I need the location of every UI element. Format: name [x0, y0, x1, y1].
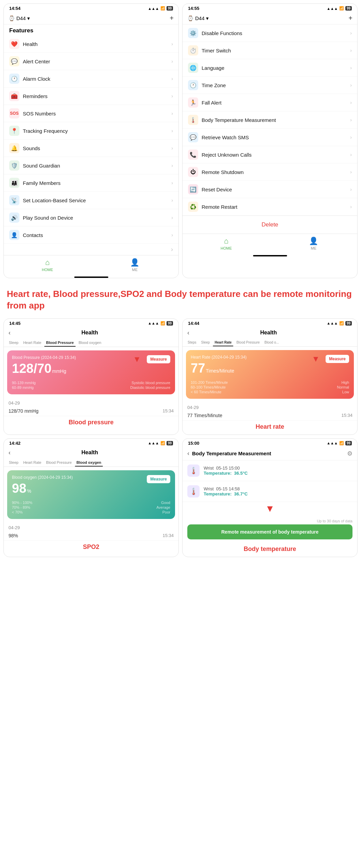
tab-ox-hr[interactable]: Blood o... — [263, 339, 281, 346]
menu-item-language[interactable]: 🌐 Language › — [183, 59, 357, 77]
menu-item-location[interactable]: 📡 Set Location-Based Service › — [4, 192, 178, 209]
menu-item-sos[interactable]: SOS SOS Numbers › — [4, 105, 178, 122]
timezone-icon: 🕐 — [188, 80, 198, 90]
spo2-label3: Poor — [162, 510, 170, 514]
tab-sleep-hr[interactable]: Sleep — [200, 339, 212, 346]
menu-item-reset[interactable]: 🔄 Reset Device › — [183, 181, 357, 198]
spo2-range2: 70% - 89% — [12, 505, 30, 509]
status-bar-bp: 14:45 ▲▲▲ 📶 99 — [4, 319, 178, 327]
temp-icon-2: 🌡️ — [187, 485, 200, 498]
time-2: 14:55 — [188, 6, 199, 11]
menu-item-tracking[interactable]: 📍 Tracking Frequency › — [4, 122, 178, 140]
tab-oxygen-bp[interactable]: Blood oxygen — [77, 339, 103, 347]
health-row-1: 14:45 ▲▲▲ 📶 99 ‹ Health Sleep Heart Rate… — [0, 315, 361, 438]
chevron-playsound: › — [171, 215, 173, 220]
spo2-measure-button[interactable]: Measure — [147, 475, 170, 483]
menu-item-sms[interactable]: 💬 Retrieve Watch SMS › — [183, 129, 357, 146]
menu-item-label-bodytemp: Body Temperature Measurement — [202, 117, 350, 123]
health-header-spo2: ‹ Health — [4, 447, 178, 458]
chevron-sounds: › — [171, 145, 173, 151]
menu-item-label-language: Language — [202, 65, 350, 71]
tracking-icon: 📍 — [9, 126, 19, 136]
temp-info-2: Wrist 05-15 14:58 Temperature: 36.7°C — [204, 486, 248, 496]
menu-item-family[interactable]: 👨‍👩‍👧 Family Members › — [4, 174, 178, 192]
menu-item-alert[interactable]: 💬 Alert Center › — [4, 53, 178, 70]
chevron-guardian: › — [171, 163, 173, 168]
menu-item-restart[interactable]: ♻️ Remote Restart › — [183, 198, 357, 216]
delete-button[interactable]: Delete — [183, 216, 357, 234]
contacts-icon: 👤 — [9, 230, 19, 240]
remote-measure-button[interactable]: Remote measurement of body temperature — [187, 524, 352, 539]
menu-item-label-shutdown: Remote Shutdown — [202, 169, 350, 175]
tab-bp-hr[interactable]: Blood Pressure — [235, 339, 261, 346]
bottom-nav-2: ⌂ HOME 👤 ME — [183, 234, 357, 254]
home-icon-2: ⌂ — [224, 237, 229, 246]
menu-item-label-sounds: Sounds — [23, 145, 171, 151]
menu-item-playsound[interactable]: 🔊 Play Sound on Device › — [4, 209, 178, 226]
health-phone-bp: 14:45 ▲▲▲ 📶 99 ‹ Health Sleep Heart Rate… — [3, 318, 179, 435]
signal-2: ▲▲▲ — [327, 6, 338, 11]
add-button-2[interactable]: + — [348, 14, 352, 22]
promo-heading: Heart rate, Blood pressure,SPO2 and Body… — [0, 282, 361, 315]
menu-item-bodytemp[interactable]: 🌡️ Body Temperature Measurement › — [183, 111, 357, 129]
wifi-1: 📶 — [160, 6, 165, 11]
menu-item-contacts[interactable]: 👤 Contacts › — [4, 226, 178, 244]
tab-bp-bp[interactable]: Blood Pressure — [44, 339, 75, 347]
bodytemp-page-title: Body Temperature Measurement — [192, 451, 347, 456]
temp-icon-1: 🌡️ — [187, 464, 200, 477]
nav-me-label-1: ME — [132, 268, 138, 272]
tab-hr-spo2[interactable]: Heart Rate — [21, 459, 43, 467]
gear-icon-temp[interactable]: ⚙ — [347, 450, 352, 457]
hr-value: 77 — [191, 361, 205, 376]
back-btn-hr[interactable]: ‹ — [187, 329, 189, 336]
tab-bp-spo2[interactable]: Blood Pressure — [44, 459, 73, 467]
menu-item-sounds[interactable]: 🔔 Sounds › — [4, 140, 178, 157]
menu-item-label-fall: Fall Alert — [202, 100, 350, 106]
bp-ranges: 90-139 mmHg Systolic blood pressure 60-8… — [12, 381, 170, 390]
menu-item-reject[interactable]: 📞 Reject Unknown Calls › — [183, 146, 357, 163]
menu-item-shutdown[interactable]: ⏻ Remote Shutdown › — [183, 163, 357, 181]
tab-heartrate-bp[interactable]: Heart Rate — [21, 339, 43, 347]
nav-bar-2 — [253, 255, 287, 256]
temp-record-2: 🌡️ Wrist 05-15 14:58 Temperature: 36.7°C — [183, 481, 357, 502]
back-btn-temp[interactable]: ‹ — [187, 450, 189, 457]
me-icon-1: 👤 — [130, 258, 139, 267]
bp-measure-button[interactable]: Measure — [147, 355, 170, 363]
nav-home-1[interactable]: ⌂ HOME — [4, 258, 91, 272]
spo2-record-val: 98% — [9, 533, 18, 538]
menu-item-fall[interactable]: 🏃 Fall Alert › — [183, 94, 357, 111]
hr-measure-button[interactable]: Measure — [326, 355, 349, 363]
temp-value-2: Temperature: 36.7°C — [204, 491, 248, 496]
battery-2: 99 — [345, 6, 352, 11]
hr-card-title: Heart Rate (2024-04-29 15:34) — [191, 355, 349, 360]
menu-item-reminders[interactable]: 🧰 Reminders › — [4, 88, 178, 105]
device-name-2: ⌚ D44 ▾ — [187, 15, 209, 21]
hr-record-val: 77 Times/Minute — [187, 413, 222, 418]
status-bar-2: 14:55 ▲▲▲ 📶 99 — [183, 4, 357, 12]
nav-home-2[interactable]: ⌂ HOME — [183, 237, 270, 250]
menu-item-alarm[interactable]: 🕐 Alarm Clock › — [4, 70, 178, 88]
nav-me-1[interactable]: 👤 ME — [91, 258, 179, 272]
nav-home-label-1: HOME — [42, 268, 53, 272]
menu-item-timezone[interactable]: 🕐 Time Zone › — [183, 77, 357, 94]
bp-label1: Systolic blood pressure — [131, 381, 170, 385]
tab-sleep-spo2[interactable]: Sleep — [7, 459, 20, 467]
menu-item-disable[interactable]: ⚙️ Disable Functions › — [183, 25, 357, 42]
alert-icon: 💬 — [9, 56, 19, 66]
tab-hr-hr[interactable]: Heart Rate — [213, 339, 233, 346]
remote-hint: Up to 30 days of data — [187, 519, 352, 523]
menu-item-timer[interactable]: ⏱️ Timer Switch › — [183, 42, 357, 59]
back-btn-bp[interactable]: ‹ — [9, 329, 11, 336]
tab-steps-hr[interactable]: Steps — [186, 339, 198, 346]
menu-item-health[interactable]: ❤️ Health › — [4, 35, 178, 53]
phone-frame-features: 14:54 ▲▲▲ 📶 99 ⌚ D44 ▾ + Features ❤️ Hea… — [3, 3, 179, 278]
menu-item-guardian[interactable]: 🛡️ Sound Guardian › — [4, 157, 178, 174]
back-btn-spo2[interactable]: ‹ — [9, 449, 11, 456]
hr-range1: 101-200 Times/Minute — [191, 380, 228, 384]
status-bar-spo2: 14:42 ▲▲▲ 📶 99 — [4, 439, 178, 447]
tab-ox-spo2[interactable]: Blood oxygen — [75, 459, 103, 467]
tab-sleep-bp[interactable]: Sleep — [7, 339, 20, 347]
add-button-1[interactable]: + — [170, 14, 174, 22]
menu-item-label-reminders: Reminders — [23, 93, 171, 99]
nav-me-2[interactable]: 👤 ME — [270, 237, 358, 250]
